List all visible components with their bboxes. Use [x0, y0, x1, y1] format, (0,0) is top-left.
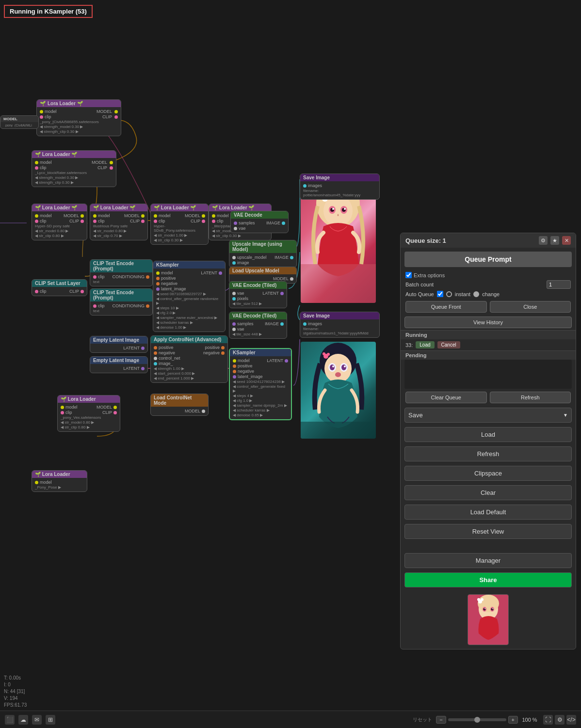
- anime-image-preview-2: [301, 342, 376, 439]
- refresh-button[interactable]: Refresh: [404, 446, 572, 461]
- queue-prompt-button[interactable]: Queue Prompt: [404, 252, 572, 267]
- batch-count-label: Batch count: [405, 282, 434, 287]
- change-label[interactable]: change: [482, 291, 500, 297]
- queue-settings-icon[interactable]: ⚙: [539, 236, 548, 245]
- node-body: images filename: pottie/anon/natsum45_%d…: [300, 181, 379, 199]
- batch-count-input[interactable]: [547, 280, 571, 289]
- save-image-node-2[interactable]: Save Image images filename: stgatsumi/na…: [300, 312, 380, 338]
- node-header: CLIP Text Encode (Prompt): [90, 289, 152, 301]
- instant-radio: [446, 291, 452, 297]
- view-history-button[interactable]: View History: [404, 317, 572, 328]
- extra-options-input[interactable]: [405, 272, 412, 278]
- save-btn-row: Save ▼: [401, 406, 576, 426]
- pending-section-label: Pending: [401, 350, 576, 360]
- clip-set-last-layer[interactable]: CLIP Set Last Layer clipCLIP: [32, 279, 87, 296]
- fullscreen-icon[interactable]: ⛶: [543, 715, 553, 725]
- vae-decode-node[interactable]: VAE Decode samplesIMAGE vae: [230, 211, 289, 233]
- node-body: images filename: stgatsumi/natsum1_%date…: [300, 319, 379, 337]
- node-header: Save Image: [300, 312, 379, 319]
- lora-loader-node-3[interactable]: 🌱 Lora Loader 🌱 modelMODEL clipCLIP Hype…: [32, 204, 87, 240]
- running-item: 33: Load Cancel: [401, 339, 576, 350]
- queue-close-icon[interactable]: ✕: [562, 236, 571, 245]
- zoom-out-button[interactable]: −: [436, 716, 446, 724]
- svg-point-27: [478, 595, 499, 612]
- clear-button[interactable]: Clear: [404, 485, 572, 500]
- svg-point-20: [335, 372, 341, 377]
- load-running-button[interactable]: Load: [416, 341, 434, 348]
- save-dropdown-icon: ▼: [563, 412, 568, 418]
- node-header: VAE Decode (Tiled): [229, 312, 287, 319]
- lora-loader-bottom-2[interactable]: 🌱 Lora Loader model _Pony_Pose ▶: [32, 470, 87, 492]
- apply-controlnet-node[interactable]: Apply ControlNet (Advanced) positiveposi…: [150, 335, 228, 383]
- zoom-control: リセット − + 100 % ⛶ ⚙ </>: [413, 715, 576, 725]
- bottom-icon-4[interactable]: ⊞: [46, 715, 55, 725]
- close-button[interactable]: Close: [490, 301, 571, 313]
- node-body: modelLATENT positive negative latent_ima…: [230, 356, 291, 419]
- queue-header-icons: ⚙ ★ ✕: [539, 236, 571, 245]
- clip-text-encode-positive[interactable]: CLIP Text Encode (Prompt) clipCONDITIONI…: [90, 259, 153, 286]
- load-button[interactable]: Load: [404, 427, 572, 442]
- svg-rect-24: [301, 422, 376, 439]
- cancel-button[interactable]: Cancel: [437, 341, 460, 348]
- auto-queue-checkbox[interactable]: [437, 291, 443, 297]
- ksampler-node-1[interactable]: KSampler modelLATENT positive negative l…: [153, 261, 226, 332]
- empty-latent-1[interactable]: Empty Latent Image LATENT: [90, 336, 148, 353]
- zoom-slider-track[interactable]: [448, 718, 506, 721]
- vae-encode-tiled-node[interactable]: VAE Encode (Tiled) vaeLATENT pixels ◀ ti…: [229, 281, 287, 308]
- clear-queue-button[interactable]: Clear Queue: [405, 392, 487, 403]
- vae-decode-tiled-node[interactable]: VAE Decode (Tiled) samplesIMAGE vae ◀ ti…: [229, 312, 287, 339]
- refresh-queue-button[interactable]: Refresh: [490, 392, 571, 403]
- node-body: LATENT: [90, 344, 147, 352]
- svg-point-1: [323, 195, 353, 226]
- auto-queue-label: Auto Queue: [405, 291, 434, 297]
- zoom-slider-thumb[interactable]: [474, 717, 480, 723]
- upscale-image-node[interactable]: Upscale Image (using Model) upscale_mode…: [229, 240, 297, 268]
- load-default-button[interactable]: Load Default: [404, 505, 572, 520]
- lora-loader-bottom-1[interactable]: 🌱 Lora Loader modelMODEL clipCLIP _pony_…: [57, 395, 120, 432]
- svg-point-16: [330, 364, 335, 370]
- canvas-area[interactable]: Running in KSampler (53) 🌱 Lora Loader 🌱: [0, 0, 403, 728]
- lora-loader-node-4[interactable]: 🌱 Lora Loader 🌱 modelMODEL clipCLIP illu…: [90, 204, 148, 240]
- running-badge: Running in KSampler (53): [4, 5, 93, 18]
- lora-loader-node-1[interactable]: 🌱 Lora Loader 🌱 modelMODEL clipCLIP _pon…: [36, 99, 121, 136]
- ksampler-node-2-active[interactable]: KSampler modelLATENT positive negative l…: [229, 348, 292, 420]
- save-image-node-1[interactable]: Save Image images filename: pottie/anon/…: [300, 174, 380, 200]
- pending-list[interactable]: [404, 360, 572, 389]
- zoom-in-button[interactable]: +: [508, 716, 518, 724]
- settings-icon[interactable]: ⚙: [555, 715, 565, 725]
- clip-text-encode-negative[interactable]: CLIP Text Encode (Prompt) clipCONDITIONI…: [90, 288, 153, 316]
- node-header: 🌱 Lora Loader 🌱: [32, 204, 87, 211]
- node-header: 🌱 Lora Loader: [58, 396, 120, 403]
- clipspace-button[interactable]: Clipspace: [404, 466, 572, 481]
- extra-options-checkbox[interactable]: Extra options: [405, 272, 445, 278]
- node-body: model _Pony_Pose ▶: [32, 478, 87, 491]
- queue-front-close-btns: Queue Front Close: [401, 298, 576, 316]
- load-btn-row: Load: [401, 426, 576, 445]
- checkpoint-node[interactable]: MODEL _pony_(CivitAI/MLi_: [0, 115, 39, 129]
- node-body: modelMODEL clipCLIP _pony_[CivitAI586855…: [37, 107, 121, 136]
- instant-label[interactable]: instant: [455, 291, 470, 297]
- queue-size-label: Queue size: 1: [405, 237, 446, 244]
- queue-front-button[interactable]: Queue Front: [405, 301, 487, 313]
- node-header: 🌱 Lora Loader 🌱: [32, 151, 116, 158]
- share-button[interactable]: Share: [404, 572, 572, 587]
- bottom-icon-2[interactable]: ☁: [18, 715, 28, 725]
- share-btn-row: Share: [401, 571, 576, 590]
- node-header: 🌱 Lora Loader 🌱: [90, 204, 147, 211]
- queue-star-icon[interactable]: ★: [550, 236, 559, 245]
- lora-loader-node-5[interactable]: 🌱 Lora Loader 🌱 modelMODEL clipCLIP Hype…: [150, 204, 209, 245]
- load-controlnet-mode-node[interactable]: Load ControlNet Mode MODEL: [150, 394, 209, 416]
- svg-point-30: [484, 608, 486, 611]
- node-body: vaeLATENT pixels ◀ tile_size 512 ▶: [229, 289, 287, 308]
- bottom-reset-label[interactable]: リセット: [413, 716, 432, 723]
- save-button[interactable]: Save ▼: [404, 408, 572, 423]
- bottom-icon-1[interactable]: ⬛: [5, 715, 15, 725]
- lora-loader-node-2[interactable]: 🌱 Lora Loader 🌱 modelMODEL clipCLIP _Lyc…: [32, 150, 116, 187]
- empty-latent-2[interactable]: Empty Latent Image LATENT: [90, 356, 148, 373]
- reset-view-btn-row: Reset View: [401, 522, 576, 542]
- code-icon[interactable]: </>: [566, 715, 576, 725]
- bottom-icon-3[interactable]: ✉: [32, 715, 42, 725]
- manager-button[interactable]: Manager: [404, 553, 572, 568]
- node-body: clipCONDITIONING text: [90, 272, 152, 286]
- reset-view-button[interactable]: Reset View: [404, 524, 572, 539]
